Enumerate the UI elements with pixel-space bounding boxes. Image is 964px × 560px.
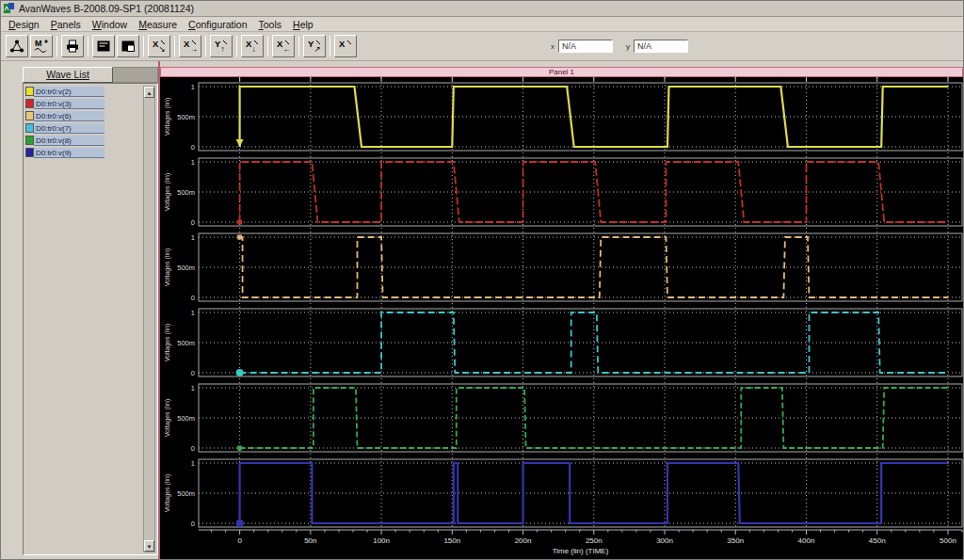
panel-overlay-button[interactable]	[117, 35, 139, 57]
wave-label: D0:tr0:v(3)	[34, 99, 104, 109]
unzoom-button[interactable]: X	[334, 35, 357, 57]
y-axis-title: Voltages (lin)	[164, 248, 171, 286]
svg-text:↓: ↓	[252, 44, 256, 54]
panel-view-button[interactable]	[92, 35, 115, 57]
y-axis-title: Voltages (lin)	[164, 399, 171, 437]
y-tick-label: 0	[191, 369, 195, 377]
scroll-down-button[interactable]: ▼	[144, 540, 154, 552]
pan-right-icon: X→	[182, 38, 199, 55]
zoom-x-down-button[interactable]: X↓	[241, 35, 264, 57]
wave-label: D0:tr0:v(2)	[34, 87, 104, 97]
wave-list-item-5[interactable]: D0:tr0:v(9)	[25, 147, 104, 158]
y-tick-label: 500m	[177, 188, 195, 197]
x-tick-label: 450n	[869, 536, 886, 545]
menu-help[interactable]: Help	[287, 18, 319, 31]
y-axis-title: Voltages (lin)	[164, 98, 171, 136]
coord-label-x: x	[551, 42, 554, 51]
wave-list-item-0[interactable]: D0:tr0:v(2)	[25, 86, 104, 97]
toolbar-separator	[329, 36, 330, 56]
measure-button[interactable]: M	[30, 35, 53, 57]
panel-titlebar[interactable]: Panel 1	[160, 67, 963, 77]
y-tick-label: 0	[191, 444, 195, 453]
design-browser-button[interactable]	[6, 35, 28, 57]
y-tick-label: 500m	[177, 113, 195, 121]
toolbar: MX↘X→Y↑X↓X←Y↗XxN/AyN/A	[1, 32, 963, 61]
toolbar-separator	[236, 36, 237, 56]
pan-right-button[interactable]: X→	[179, 35, 201, 57]
y-tick-label: 1	[191, 384, 195, 392]
x-tick-label: 0	[237, 536, 242, 545]
menu-window[interactable]: Window	[87, 18, 133, 31]
coord-field-y: yN/A	[626, 40, 688, 53]
design-browser-icon	[8, 38, 25, 55]
waveform-canvas: Panel 1 1500m0Voltages (lin)1500m0Voltag…	[158, 61, 963, 559]
x-tick-label: 500n	[940, 536, 956, 545]
waveform-plot[interactable]: 1500m0Voltages (lin)1500m0Voltages (lin)…	[160, 77, 963, 559]
wave-list-item-4[interactable]: D0:tr0:v(8)	[25, 135, 104, 146]
tab-wave-list[interactable]: Wave List	[23, 67, 113, 83]
wave-color-swatch	[25, 99, 34, 108]
app-window: AvanWaves B-2008.09-SP1 (20081124) Desig…	[0, 0, 964, 560]
zoom-y-diag-icon: Y↗	[306, 38, 323, 55]
wave-label: D0:tr0:v(6)	[34, 111, 104, 121]
scroll-up-button[interactable]: ▲	[144, 87, 154, 98]
x-tick-label: 400n	[798, 536, 815, 545]
wave-list-item-1[interactable]: D0:tr0:v(3)	[25, 98, 104, 109]
y-tick-label: 500m	[177, 414, 195, 423]
titlebar: AvanWaves B-2008.09-SP1 (20081124)	[1, 1, 963, 17]
y-axis-title: Voltages (lin)	[164, 474, 171, 512]
toolbar-separator	[174, 36, 175, 56]
menu-measure[interactable]: Measure	[133, 18, 183, 31]
y-axis-title: Voltages (lin)	[164, 173, 171, 211]
wavelist-scrollbar[interactable]: ▲ ▼	[143, 86, 155, 552]
wave-color-swatch	[25, 111, 34, 120]
svg-text:↘: ↘	[159, 44, 166, 54]
zoom-x-out-button[interactable]: X↘	[148, 35, 170, 57]
unzoom-icon: X	[337, 38, 354, 55]
menu-configuration[interactable]: Configuration	[183, 18, 252, 31]
zoom-x-out-icon: X↘	[151, 38, 168, 55]
menu-design[interactable]: Design	[3, 18, 45, 31]
x-tick-label: 150n	[443, 536, 460, 545]
y-tick-label: 500m	[177, 489, 195, 498]
wave-list-item-3[interactable]: D0:tr0:v(7)	[25, 122, 104, 134]
cursor-coordinates: xN/AyN/A	[551, 40, 701, 53]
x-tick-label: 300n	[656, 536, 673, 545]
wave-label: D0:tr0:v(9)	[34, 148, 104, 158]
wave-list: D0:tr0:v(2)D0:tr0:v(3)D0:tr0:v(6)D0:tr0:…	[23, 83, 158, 555]
y-tick-label: 0	[191, 218, 195, 227]
pan-left-icon: X←	[275, 38, 292, 55]
y-axis-title: Voltages (lin)	[164, 324, 171, 361]
y-tick-label: 0	[191, 143, 195, 152]
print-button[interactable]	[61, 35, 84, 57]
coord-field-x: xN/A	[551, 40, 613, 53]
toolbar-separator	[88, 36, 88, 56]
cursor-y-field[interactable]: N/A	[634, 40, 688, 53]
x-tick-label: 350n	[727, 536, 744, 545]
cursor-x-field[interactable]: N/A	[558, 40, 613, 53]
sidebar: Wave List D0:tr0:v(2)D0:tr0:v(3)D0:tr0:v…	[1, 61, 158, 559]
pan-left-button[interactable]: X←	[272, 35, 295, 57]
menu-tools[interactable]: Tools	[253, 18, 288, 31]
zoom-y-up-button[interactable]: Y↑	[210, 35, 233, 57]
wave-color-swatch	[25, 136, 34, 145]
zoom-y-diag-button[interactable]: Y↗	[303, 35, 326, 57]
y-tick-label: 500m	[177, 339, 195, 347]
y-tick-label: 0	[191, 520, 195, 528]
y-tick-label: 1	[191, 459, 195, 468]
svg-text:X: X	[339, 39, 345, 49]
x-tick-label: 200n	[515, 536, 532, 545]
y-tick-label: 1	[191, 233, 195, 242]
sidebar-tabrow: Wave List	[23, 67, 158, 83]
measure-icon: M	[33, 38, 50, 55]
menu-panels[interactable]: Panels	[45, 18, 87, 31]
window-title: AvanWaves B-2008.09-SP1 (20081124)	[19, 3, 194, 14]
tab-strip-filler	[113, 67, 158, 83]
plot-area: 1500m0Voltages (lin)1500m0Voltages (lin)…	[160, 77, 963, 559]
y-tick-label: 500m	[177, 264, 195, 272]
wave-label: D0:tr0:v(8)	[34, 136, 104, 146]
toolbar-separator	[56, 36, 57, 56]
wave-color-swatch	[25, 148, 34, 157]
coord-label-y: y	[626, 42, 630, 51]
wave-list-item-2[interactable]: D0:tr0:v(6)	[25, 110, 104, 121]
